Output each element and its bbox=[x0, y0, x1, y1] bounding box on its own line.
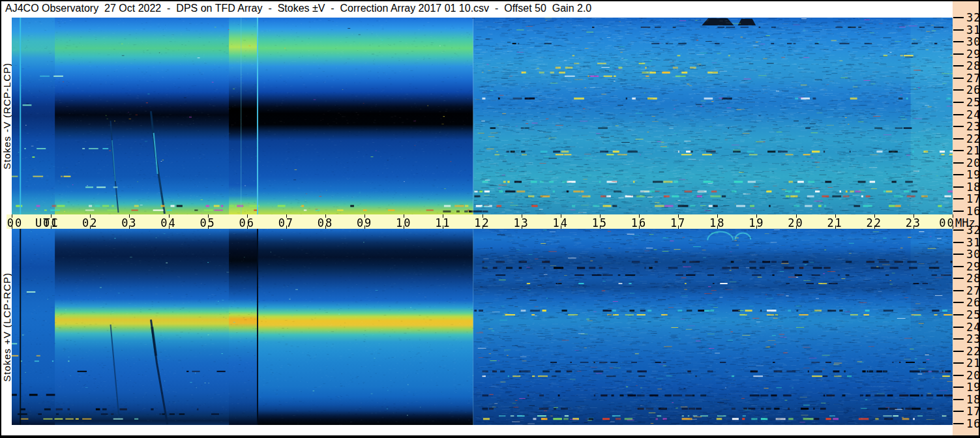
panel-label-stokes-minus-v: Stokes -V (RCP-LCP) bbox=[1, 18, 12, 214]
freq-label-32-panel0: 32 bbox=[966, 11, 980, 24]
time-label-22-22: 22 bbox=[867, 216, 882, 229]
time-label-11-11: 11 bbox=[435, 216, 451, 229]
freq-label-21-panel1: 21 bbox=[966, 357, 980, 370]
freq-label-24-panel0: 24 bbox=[966, 108, 980, 121]
freq-label-26-panel1: 26 bbox=[966, 296, 980, 309]
freq-label-22-panel0: 22 bbox=[966, 132, 980, 145]
freq-tick bbox=[953, 387, 964, 388]
panel-label-stokes-plus-v: Stokes +V (LCP-RCP) bbox=[1, 229, 12, 425]
freq-tick bbox=[953, 102, 964, 103]
freq-tick bbox=[953, 327, 964, 328]
freq-tick bbox=[953, 65, 964, 66]
freq-tick bbox=[953, 29, 964, 31]
time-label-08-8: 08 bbox=[318, 216, 333, 229]
time-label-00-24: 00 bbox=[939, 216, 955, 229]
freq-tick bbox=[953, 174, 964, 175]
freq-tick bbox=[953, 290, 964, 291]
freq-tick bbox=[953, 162, 964, 164]
freq-unit-label: MHz bbox=[955, 216, 975, 229]
freq-label-16-panel0: 16 bbox=[966, 205, 980, 218]
freq-label-16-panel1: 16 bbox=[966, 417, 980, 430]
freq-tick bbox=[953, 314, 964, 315]
time-axis: UTC 000102030405060708091011121314151617… bbox=[7, 214, 953, 229]
display-area: AJ4CO Observatory 27 Oct 2022 - DPS on T… bbox=[1, 1, 979, 435]
time-label-20-20: 20 bbox=[788, 216, 803, 229]
freq-tick bbox=[953, 254, 964, 255]
freq-label-30-panel1: 30 bbox=[966, 248, 980, 261]
freq-label-17-panel0: 17 bbox=[966, 192, 980, 205]
time-label-16-16: 16 bbox=[631, 216, 647, 229]
freq-tick bbox=[953, 126, 964, 127]
time-label-06-6: 06 bbox=[239, 216, 255, 229]
freq-tick bbox=[953, 399, 964, 400]
freq-label-23-panel1: 23 bbox=[966, 332, 980, 345]
time-label-18-18: 18 bbox=[709, 216, 725, 229]
freq-tick bbox=[953, 278, 964, 279]
freq-tick bbox=[953, 78, 964, 79]
freq-tick bbox=[953, 302, 964, 303]
time-label-09-9: 09 bbox=[357, 216, 372, 229]
time-label-21-21: 21 bbox=[827, 216, 842, 229]
freq-tick bbox=[953, 138, 964, 139]
freq-label-29-panel0: 29 bbox=[966, 48, 980, 61]
freq-label-27-panel1: 27 bbox=[966, 284, 980, 297]
time-label-04-4: 04 bbox=[160, 216, 176, 229]
freq-tick bbox=[953, 198, 964, 199]
freq-label-28-panel0: 28 bbox=[966, 59, 980, 72]
time-label-10-10: 10 bbox=[396, 216, 411, 229]
time-label-03-3: 03 bbox=[121, 216, 137, 229]
freq-tick bbox=[953, 41, 964, 42]
freq-tick bbox=[953, 411, 964, 412]
time-label-13-13: 13 bbox=[513, 216, 529, 229]
time-label-07-7: 07 bbox=[278, 216, 294, 229]
freq-label-17-panel1: 17 bbox=[966, 405, 980, 418]
time-label-23-23: 23 bbox=[906, 216, 921, 229]
freq-tick bbox=[953, 114, 964, 115]
time-label-14-14: 14 bbox=[553, 216, 569, 229]
freq-label-29-panel1: 29 bbox=[966, 260, 980, 273]
time-label-00-0: 00 bbox=[7, 216, 23, 229]
time-label-17-17: 17 bbox=[670, 216, 686, 229]
freq-tick bbox=[953, 89, 964, 91]
freq-label-20-panel1: 20 bbox=[966, 369, 980, 382]
time-label-15-15: 15 bbox=[592, 216, 608, 229]
freq-label-18-panel1: 18 bbox=[966, 393, 980, 406]
app-window: AJ4CO Observatory 27 Oct 2022 - DPS on T… bbox=[0, 0, 980, 438]
freq-label-20-panel0: 20 bbox=[966, 156, 980, 169]
spectrogram-stokes-plus-v bbox=[12, 229, 953, 425]
freq-label-25-panel1: 25 bbox=[966, 308, 980, 321]
time-label-01-1: 01 bbox=[43, 216, 59, 229]
freq-tick bbox=[953, 351, 964, 352]
time-label-19-19: 19 bbox=[749, 216, 764, 229]
freq-label-31-panel0: 31 bbox=[966, 23, 980, 36]
freq-label-21-panel0: 21 bbox=[966, 144, 980, 157]
freq-tick bbox=[953, 17, 964, 18]
freq-tick bbox=[953, 150, 964, 151]
freq-tick bbox=[953, 229, 964, 231]
freq-label-28-panel1: 28 bbox=[966, 272, 980, 285]
freq-label-18-panel0: 18 bbox=[966, 181, 980, 194]
freq-tick bbox=[953, 53, 964, 55]
time-label-05-5: 05 bbox=[200, 216, 215, 229]
freq-label-30-panel0: 30 bbox=[966, 35, 980, 48]
freq-tick bbox=[953, 362, 964, 364]
freq-tick bbox=[953, 242, 964, 243]
freq-label-19-panel1: 19 bbox=[966, 381, 980, 394]
time-label-12-12: 12 bbox=[474, 216, 490, 229]
time-label-02-2: 02 bbox=[82, 216, 98, 229]
freq-tick bbox=[953, 211, 964, 212]
freq-label-24-panel1: 24 bbox=[966, 321, 980, 334]
freq-tick bbox=[953, 186, 964, 188]
freq-label-31-panel1: 31 bbox=[966, 236, 980, 249]
freq-label-19-panel0: 19 bbox=[966, 168, 980, 181]
freq-tick bbox=[953, 375, 964, 376]
page-title: AJ4CO Observatory 27 Oct 2022 - DPS on T… bbox=[5, 3, 918, 17]
freq-tick bbox=[953, 338, 964, 340]
freq-tick bbox=[953, 266, 964, 267]
freq-label-27-panel0: 27 bbox=[966, 72, 980, 85]
freq-label-22-panel1: 22 bbox=[966, 345, 980, 358]
freq-tick bbox=[953, 423, 964, 424]
freq-label-25-panel0: 25 bbox=[966, 96, 980, 109]
spectrogram-stokes-minus-v bbox=[12, 18, 953, 214]
freq-label-26-panel0: 26 bbox=[966, 83, 980, 96]
